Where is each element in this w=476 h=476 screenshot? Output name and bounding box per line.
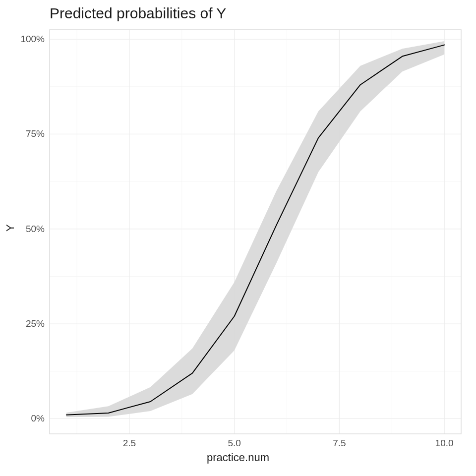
x-tick: 5.0 [228, 438, 240, 449]
plot-svg [50, 30, 461, 434]
y-tick: 0% [15, 413, 45, 424]
x-tick: 10.0 [435, 438, 454, 449]
y-tick: 100% [15, 34, 45, 45]
chart-title: Predicted probabilities of Y [50, 5, 226, 22]
panel-border [50, 30, 461, 434]
y-tick: 75% [15, 128, 45, 139]
x-tick: 2.5 [123, 438, 136, 449]
line-series [66, 45, 444, 415]
grid [50, 30, 461, 434]
x-tick: 7.5 [333, 438, 346, 449]
x-axis-label: practice.num [0, 451, 476, 464]
chart-figure: Predicted probabilities of Y Y practice.… [0, 0, 476, 476]
plot-panel [50, 30, 461, 434]
y-tick: 25% [15, 318, 45, 329]
y-tick: 50% [15, 224, 45, 235]
